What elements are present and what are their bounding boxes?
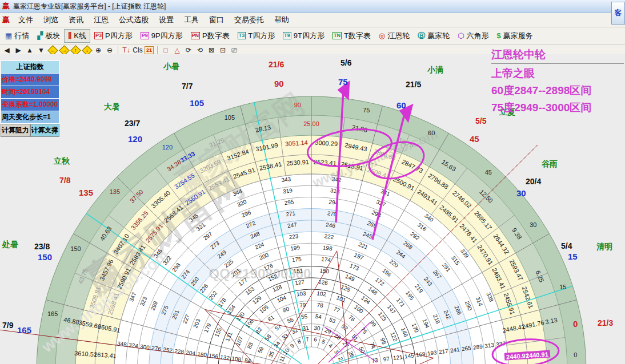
customer-service-button[interactable]: 客	[611, 2, 625, 25]
menu-item-工具[interactable]: 工具	[179, 14, 204, 25]
wheel-number: 174	[321, 256, 331, 263]
toolbar-label: T数字表	[344, 31, 371, 41]
toolbar-hexagon-button[interactable]: ⬡六角形	[454, 29, 492, 43]
wheel-number: 145	[404, 352, 414, 359]
toolbar-winner-service-button[interactable]: $赢家服务	[493, 29, 537, 43]
title-bar: 赢 赢家江恩专业版[赢家服务平台] - [上证指数 江恩轮]	[0, 0, 625, 13]
page-left-button[interactable]: ◀	[2, 46, 12, 55]
toolbar-t-number-table-button[interactable]: TNT数字表	[328, 29, 375, 43]
toolbar-label: P数字表	[202, 31, 230, 41]
shift-up-button[interactable]: ↑	[70, 46, 81, 55]
toolbar-p9-square-button[interactable]: P99P四方形	[137, 29, 187, 43]
calc-support-button[interactable]: 计算支撑	[30, 124, 60, 137]
degree-label-15: 15	[568, 252, 578, 261]
rotate-ccw-button[interactable]: ⟲	[195, 46, 205, 55]
date-label-21-6: 21/6	[269, 60, 284, 69]
wheel-number: 252	[163, 346, 173, 354]
menu-item-交易委托[interactable]: 交易委托	[229, 14, 269, 25]
step-up-button[interactable]: ▲	[25, 46, 35, 55]
toolbar-p-number-table-button[interactable]: PNP数字表	[187, 29, 234, 43]
menu-item-江恩[interactable]: 江恩	[89, 14, 114, 25]
menu-item-资讯[interactable]: 资讯	[63, 14, 89, 25]
zoom-in-button[interactable]: ⊕	[93, 46, 103, 55]
square-tool-button[interactable]: □	[161, 46, 171, 55]
shift-right-button[interactable]: →	[59, 46, 69, 55]
p-number-table-icon: PN	[191, 32, 201, 39]
toolbar-t-square-button[interactable]: T3T四方形	[234, 29, 279, 43]
degree-label-105: 105	[190, 98, 204, 108]
toolbar-kline-button[interactable]: ⫼K线	[64, 29, 90, 43]
degree-label-120: 120	[128, 134, 142, 144]
wheel-number: 156	[209, 352, 219, 359]
wheel-number: 103	[296, 290, 306, 297]
wheel-number: 247	[287, 221, 297, 229]
toolbar-p-square-button[interactable]: P3P四方形	[90, 29, 137, 43]
wheel-number: 223	[289, 233, 299, 240]
zoom-out-button[interactable]: ⊖	[105, 46, 115, 55]
toolbar-quotes-table-button[interactable]: ▦行情	[1, 29, 33, 43]
toolbar-label: 9P四方形	[151, 31, 183, 41]
page-right-button[interactable]: ▶	[13, 46, 23, 55]
time-row: 时间=20190104	[1, 86, 59, 99]
main-toolbar: ▦行情▞板块⫼K线P3P四方形P99P四方形PNP数字表T3T四方形T99T四方…	[0, 27, 625, 45]
wheel-number: 246	[326, 221, 336, 229]
cls-button[interactable]: Cls	[133, 46, 143, 55]
winner-service-icon: $	[497, 32, 501, 39]
degree-inner-label: 150	[70, 245, 81, 252]
rotate-cw-button[interactable]: ⟳	[183, 46, 194, 55]
menu-item-公式选股[interactable]: 公式选股	[114, 14, 154, 25]
wheel-number: 324	[129, 342, 139, 349]
degree-inner-label: 30	[530, 221, 536, 228]
wheel-number: 222	[324, 233, 334, 240]
p9-square-icon: P9	[141, 32, 149, 39]
degree-inner-label: 105	[225, 114, 235, 121]
date-label-7-8: 7/8	[59, 176, 70, 185]
t9-square-icon: T9	[283, 32, 291, 39]
application-window: { "window": { "title": "赢家江恩专业版[赢家服务平台] …	[0, 0, 625, 364]
menu-logo-icon: 赢	[2, 15, 10, 25]
wheel-number: 169	[415, 351, 426, 358]
degree-inner-label: 15	[559, 284, 566, 290]
shift-left-button[interactable]: ←	[47, 46, 58, 55]
hexagon-icon: ⬡	[458, 32, 464, 39]
triangle-tool-button[interactable]: △	[172, 46, 182, 55]
wheel-number: 193	[427, 349, 437, 357]
toolbar-winner-wheel-button[interactable]: Ⓑ赢家轮	[414, 29, 454, 43]
menu-item-设置[interactable]: 设置	[154, 14, 179, 25]
screen-button[interactable]: ⎚	[229, 46, 239, 55]
toolbar-sector-blocks-button[interactable]: ▞板块	[33, 29, 64, 43]
menu-item-窗口[interactable]: 窗口	[204, 14, 229, 25]
calendar-button[interactable]: 21	[144, 46, 154, 55]
step-down-button[interactable]: ▼	[36, 46, 46, 55]
wheel-number: 121	[392, 354, 403, 361]
degree-label-45: 45	[470, 134, 479, 144]
wheel-number: 132	[220, 354, 230, 361]
wheel-number: 150	[319, 267, 330, 274]
wheel-number: 295	[284, 199, 294, 206]
toolbar-label: T四方形	[248, 31, 275, 41]
wheel-number: 217	[438, 347, 448, 355]
wheel-number: 289	[472, 343, 483, 351]
t-square-icon: T3	[238, 32, 246, 39]
shrink-button[interactable]: ⊡	[218, 46, 228, 55]
toolbar-t9-square-button[interactable]: T99T四方形	[279, 29, 328, 43]
toolbar-label: K线	[74, 31, 86, 41]
wheel-number: 276	[151, 345, 162, 352]
date-label-5-6: 5/6	[340, 58, 351, 67]
menu-item-浏览[interactable]: 浏览	[38, 14, 63, 25]
date-label-5-4: 5/4	[561, 241, 572, 250]
wheel-number: 265	[461, 345, 471, 352]
wheel-number: 342	[331, 176, 342, 183]
toolbar-label: 江恩轮	[387, 31, 410, 41]
degree-inner-label: 165	[47, 310, 58, 317]
calendar-icon: 21	[145, 46, 154, 54]
toolbar-gann-wheel-button[interactable]: ◎江恩轮	[375, 29, 414, 43]
menu-item-帮助[interactable]: 帮助	[269, 14, 294, 25]
t-down-button[interactable]: T↓	[121, 46, 131, 55]
shift-down-button[interactable]: ↓	[82, 46, 92, 55]
menu-item-文件[interactable]: 文件	[13, 14, 38, 25]
expand-button[interactable]: ⊠	[206, 46, 217, 55]
degree-label-60: 60	[396, 100, 406, 110]
toolbar-label: 9T四方形	[294, 31, 324, 41]
calc-resistance-button[interactable]: 计算阻力	[1, 124, 30, 137]
